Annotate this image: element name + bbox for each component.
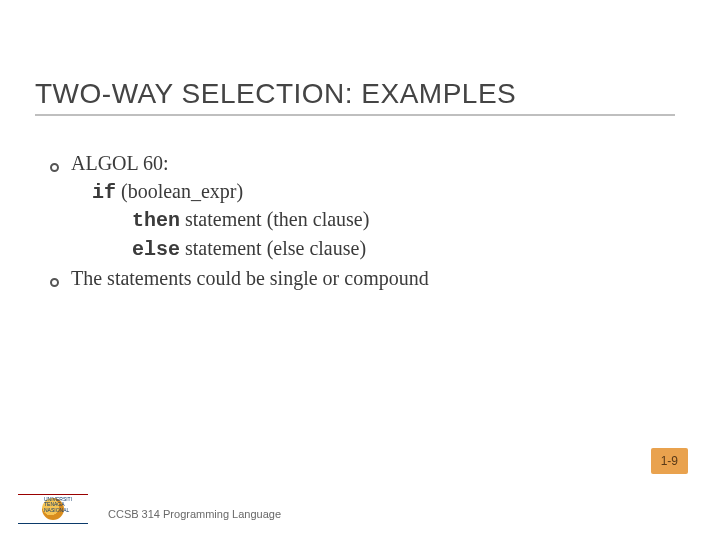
code-line: if (boolean_expr) xyxy=(50,178,670,207)
bullet-icon xyxy=(50,278,59,287)
slide-content: ALGOL 60: if (boolean_expr) then stateme… xyxy=(50,150,670,293)
logo-line: NASIONAL xyxy=(44,508,72,513)
bullet-item: The statements could be single or compou… xyxy=(50,265,670,293)
code-line: then statement (then clause) xyxy=(50,206,670,235)
bullet-text: ALGOL 60: xyxy=(71,150,169,178)
footer-text: CCSB 314 Programming Language xyxy=(108,508,281,520)
keyword-else: else xyxy=(132,238,180,261)
code-text: statement (else clause) xyxy=(180,237,366,259)
university-logo: UNIVERSITI TENAGA NASIONAL xyxy=(18,488,88,530)
logo-text: UNIVERSITI TENAGA NASIONAL xyxy=(44,497,72,513)
code-line: else statement (else clause) xyxy=(50,235,670,264)
code-text: statement (then clause) xyxy=(180,208,369,230)
slide-title: TWO-WAY SELECTION: EXAMPLES xyxy=(35,78,675,116)
code-text: (boolean_expr) xyxy=(116,180,243,202)
bullet-icon xyxy=(50,163,59,172)
keyword-then: then xyxy=(132,209,180,232)
keyword-if: if xyxy=(92,181,116,204)
bullet-text: The statements could be single or compou… xyxy=(71,265,429,293)
page-number-badge: 1-9 xyxy=(651,448,688,474)
bullet-item: ALGOL 60: xyxy=(50,150,670,178)
slide: TWO-WAY SELECTION: EXAMPLES ALGOL 60: if… xyxy=(0,0,720,540)
